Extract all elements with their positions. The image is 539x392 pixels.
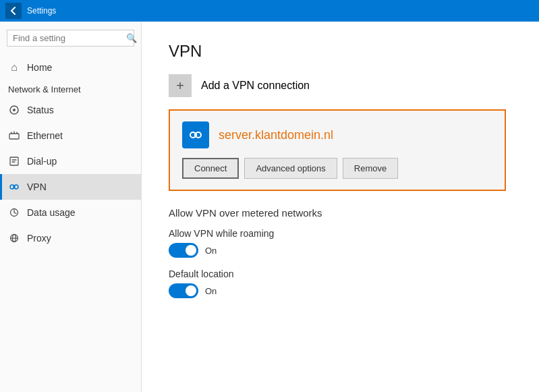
- sidebar-item-label: Ethernet: [27, 130, 63, 141]
- home-icon: ⌂: [8, 61, 20, 74]
- sidebar-item-label: Proxy: [27, 233, 51, 244]
- advanced-options-button[interactable]: Advanced options: [244, 158, 337, 179]
- location-value: On: [205, 286, 217, 296]
- back-button[interactable]: [5, 3, 22, 19]
- sidebar-item-proxy[interactable]: Proxy: [0, 225, 141, 251]
- content-area: VPN + Add a VPN connection server.klantd…: [142, 22, 539, 392]
- sidebar-item-label: Dial-up: [27, 156, 57, 167]
- sidebar-section-label: Network & Internet: [0, 80, 141, 97]
- roaming-toggle-container: On: [169, 243, 512, 258]
- vpn-card-icon: [182, 121, 209, 148]
- svg-rect-3: [10, 157, 18, 165]
- location-toggle-container: On: [169, 283, 512, 298]
- app-container: 🔍 ⌂ Home Network & Internet Status Ether…: [0, 22, 539, 392]
- titlebar: Settings: [0, 0, 539, 22]
- metered-section-heading: Allow VPN over metered networks: [169, 207, 512, 219]
- roaming-value: On: [205, 246, 217, 256]
- status-icon: [8, 104, 20, 116]
- sidebar-item-home[interactable]: ⌂ Home: [0, 55, 141, 80]
- sidebar-home-label: Home: [27, 62, 52, 73]
- sidebar-item-status[interactable]: Status: [0, 97, 141, 123]
- location-toggle[interactable]: [169, 283, 198, 298]
- location-toggle-row: Default location On: [169, 269, 512, 298]
- proxy-icon: [8, 232, 20, 244]
- add-vpn-icon: +: [169, 74, 192, 97]
- add-vpn-label: Add a VPN connection: [201, 80, 310, 92]
- dialup-icon: [8, 155, 20, 167]
- search-icon: 🔍: [126, 33, 137, 43]
- vpn-icon: [8, 181, 20, 193]
- sidebar-item-ethernet[interactable]: Ethernet: [0, 123, 141, 148]
- page-title: VPN: [169, 42, 512, 61]
- sidebar: 🔍 ⌂ Home Network & Internet Status Ether…: [0, 22, 142, 392]
- sidebar-item-label: Status: [27, 105, 54, 115]
- sidebar-item-vpn[interactable]: VPN: [0, 174, 141, 200]
- sidebar-item-dialup[interactable]: Dial-up: [0, 148, 141, 174]
- roaming-toggle-row: Allow VPN while roaming On: [169, 228, 512, 258]
- vpn-card-header: server.klantdomein.nl: [182, 121, 492, 148]
- add-vpn-row[interactable]: + Add a VPN connection: [169, 74, 512, 97]
- sidebar-item-label: VPN: [27, 181, 47, 192]
- svg-rect-2: [9, 134, 19, 139]
- roaming-toggle[interactable]: [169, 243, 198, 258]
- datausage-icon: [8, 206, 20, 219]
- sidebar-item-datausage[interactable]: Data usage: [0, 200, 141, 225]
- app-title: Settings: [27, 6, 56, 16]
- vpn-action-buttons: Connect Advanced options Remove: [182, 158, 492, 179]
- location-label: Default location: [169, 269, 512, 279]
- vpn-card: server.klantdomein.nl Connect Advanced o…: [169, 109, 506, 191]
- remove-button[interactable]: Remove: [343, 158, 398, 179]
- search-input[interactable]: [13, 33, 126, 43]
- ethernet-icon: [8, 130, 20, 142]
- roaming-label: Allow VPN while roaming: [169, 228, 512, 239]
- svg-point-1: [13, 109, 16, 111]
- connect-button[interactable]: Connect: [182, 158, 239, 179]
- vpn-server-name: server.klantdomein.nl: [219, 128, 333, 142]
- search-box[interactable]: 🔍: [7, 30, 134, 47]
- sidebar-item-label: Data usage: [27, 207, 76, 218]
